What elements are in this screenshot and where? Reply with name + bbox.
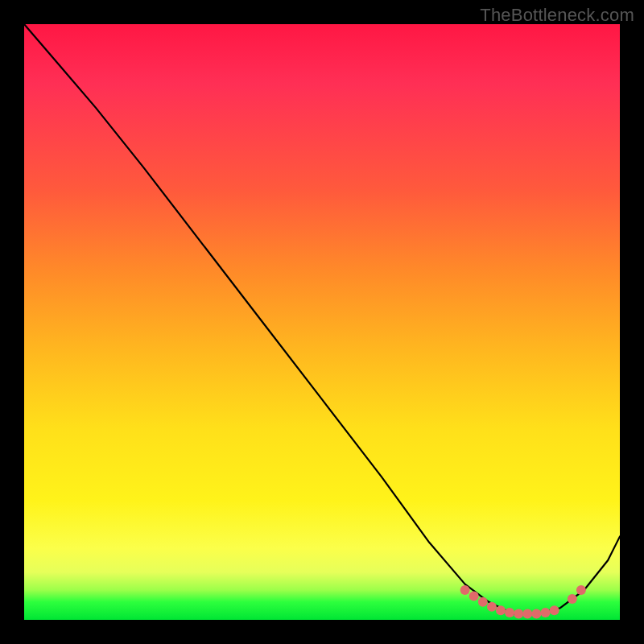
- marker-dot: [469, 591, 479, 601]
- plot-area: [24, 24, 620, 620]
- marker-dot: [522, 609, 532, 619]
- watermark-text: TheBottleneck.com: [480, 5, 634, 26]
- marker-dot: [531, 609, 541, 619]
- marker-dot: [576, 585, 586, 595]
- chart-frame: TheBottleneck.com: [0, 0, 644, 644]
- marker-dot: [487, 602, 497, 612]
- marker-dot: [478, 597, 488, 607]
- marker-dot: [505, 608, 514, 617]
- marker-dot: [514, 609, 523, 619]
- marker-dot: [496, 605, 506, 615]
- marker-dot: [460, 585, 470, 595]
- marker-dot: [541, 608, 551, 617]
- marker-dot: [568, 594, 577, 604]
- marker-dot: [550, 605, 559, 615]
- chart-overlay: [24, 24, 620, 620]
- bottleneck-curve: [24, 24, 620, 614]
